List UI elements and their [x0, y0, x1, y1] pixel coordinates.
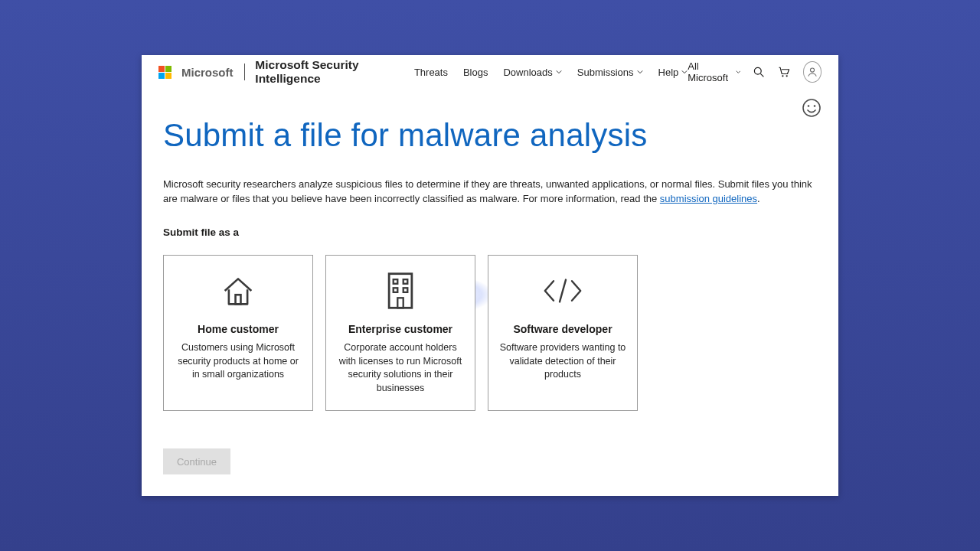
svg-point-4: [811, 68, 815, 72]
svg-rect-10: [394, 279, 398, 284]
intro-paragraph: Microsoft security researchers analyze s…: [163, 178, 817, 207]
svg-point-3: [786, 75, 788, 77]
svg-point-5: [803, 99, 820, 116]
cart-icon: [777, 65, 791, 79]
nav-blogs[interactable]: Blogs: [463, 67, 488, 78]
nav-label: All Microsoft: [688, 60, 732, 83]
chevron-down-icon: [681, 69, 688, 75]
card-desc: Customers using Microsoft security produ…: [175, 341, 302, 382]
person-icon: [806, 66, 818, 78]
chevron-down-icon: [556, 69, 562, 75]
chevron-down-icon: [637, 69, 643, 75]
nav-threats[interactable]: Threats: [414, 67, 448, 78]
main-content: Submit a file for malware analysis Micro…: [163, 116, 817, 411]
card-title: Enterprise customer: [348, 323, 452, 335]
all-microsoft-menu[interactable]: All Microsoft: [688, 60, 740, 83]
nav-label: Downloads: [503, 67, 552, 78]
search-icon: [753, 66, 765, 78]
microsoft-wordmark: Microsoft: [181, 66, 234, 79]
smiley-icon: [802, 98, 822, 118]
card-desc: Corporate account holders with licenses …: [337, 341, 464, 395]
nav-label: Blogs: [463, 67, 488, 78]
card-enterprise-customer[interactable]: Enterprise customer Corporate account ho…: [325, 255, 475, 411]
card-title: Software developer: [513, 323, 612, 335]
svg-point-6: [808, 105, 810, 107]
submission-guidelines-link[interactable]: submission guidelines: [660, 193, 757, 204]
svg-rect-13: [403, 288, 408, 292]
svg-point-0: [755, 67, 762, 74]
global-navbar: Microsoft Microsoft Security Intelligenc…: [142, 55, 838, 89]
feedback-button[interactable]: [802, 98, 822, 118]
persona-cards: Home customer Customers using Microsoft …: [163, 255, 817, 411]
intro-text-post: .: [757, 193, 760, 204]
microsoft-logo-icon: [158, 66, 172, 79]
building-icon: [379, 269, 422, 312]
section-subheading: Submit file as a: [163, 227, 817, 238]
continue-button[interactable]: Continue: [163, 448, 230, 474]
svg-line-1: [761, 73, 764, 77]
svg-rect-11: [403, 279, 408, 284]
product-name[interactable]: Microsoft Security Intelligence: [255, 58, 400, 86]
svg-rect-8: [236, 295, 241, 304]
chevron-down-icon: [736, 69, 741, 75]
nav-divider: [244, 64, 245, 80]
svg-line-15: [560, 280, 566, 302]
home-icon: [217, 269, 260, 312]
svg-point-2: [782, 75, 784, 77]
nav-downloads[interactable]: Downloads: [503, 67, 561, 78]
card-home-customer[interactable]: Home customer Customers using Microsoft …: [163, 255, 313, 411]
card-title: Home customer: [198, 323, 279, 335]
svg-rect-12: [394, 288, 398, 292]
svg-rect-14: [397, 298, 403, 308]
nav-help[interactable]: Help: [658, 67, 688, 78]
card-software-developer[interactable]: Software developer Software providers wa…: [488, 255, 638, 411]
page-title: Submit a file for malware analysis: [163, 116, 817, 155]
microsoft-logo[interactable]: Microsoft: [158, 66, 234, 79]
sign-in-button[interactable]: [803, 61, 822, 83]
cart-button[interactable]: [777, 65, 791, 79]
code-icon: [541, 269, 584, 312]
page-window: Microsoft Microsoft Security Intelligenc…: [142, 55, 838, 496]
card-desc: Software providers wanting to validate d…: [499, 341, 626, 382]
nav-label: Threats: [414, 67, 448, 78]
svg-point-7: [814, 105, 816, 107]
secondary-nav: All Microsoft: [688, 60, 822, 83]
nav-submissions[interactable]: Submissions: [577, 67, 643, 78]
nav-label: Help: [658, 67, 679, 78]
primary-nav: Threats Blogs Downloads Submissions Help: [414, 67, 688, 78]
search-button[interactable]: [753, 66, 765, 78]
nav-label: Submissions: [577, 67, 634, 78]
